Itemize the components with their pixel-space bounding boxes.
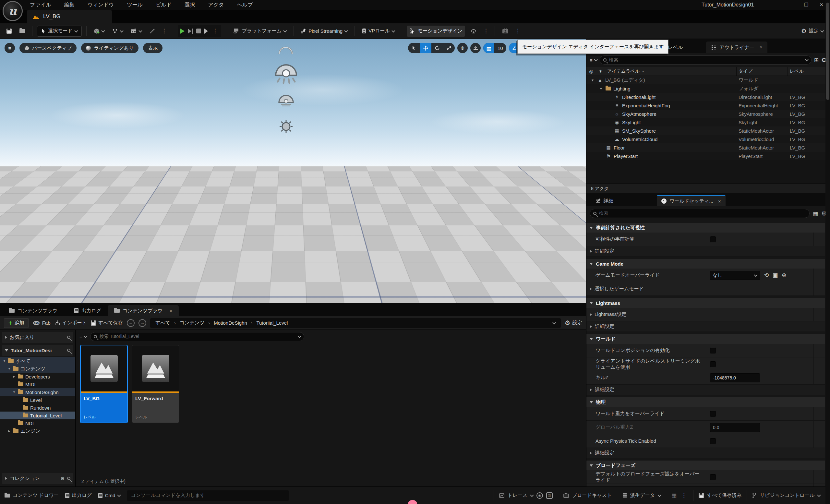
asset-card[interactable]: LV_Forwardレベル (132, 345, 179, 422)
motion-design-kebab-icon[interactable]: ⋮ (482, 28, 490, 34)
breadcrumb-item[interactable]: MotionDeSighn (214, 320, 247, 326)
section-header[interactable]: ブロードフェーズ (586, 461, 825, 470)
tab-world-settings[interactable]: ワールドセッティ... × (657, 195, 726, 206)
outliner-row[interactable]: ☼SkyAtmosphereSkyAtmosphereLV_BG (586, 109, 830, 118)
perspective-dropdown[interactable]: パースペクティブ (20, 43, 76, 53)
save-status-button[interactable]: すべて保存済み (693, 490, 747, 501)
console-input[interactable]: コンソールコマンドを入力します (127, 491, 289, 501)
outliner-row[interactable]: ☁VolumetricCloudVolumetricCloudLV_BG (586, 135, 830, 144)
menubar-item[interactable]: 編集 (64, 2, 74, 8)
menubar-item[interactable]: ファイル (30, 2, 51, 8)
select-mode-dropdown[interactable]: 選択モード (37, 26, 82, 37)
breadcrumb-item[interactable]: コンテンツ (180, 320, 205, 326)
fab-button[interactable]: FAB Fab (33, 320, 51, 326)
menubar-item[interactable]: ビルド (156, 2, 171, 8)
advanced-expander[interactable]: 詳細設定 (586, 321, 825, 332)
checkbox[interactable] (710, 236, 716, 243)
use-selected-icon[interactable]: ⟲ (764, 272, 769, 279)
select-tool-icon[interactable] (408, 43, 420, 53)
back-icon[interactable]: ← (127, 319, 135, 327)
sky-atmosphere-sprite-icon[interactable] (278, 119, 294, 139)
show-dropdown[interactable]: 表示 (143, 43, 162, 53)
broadcast-button[interactable]: ブロードキャスト (558, 490, 617, 501)
breadcrumb-item[interactable]: Tutoriial_Level (256, 320, 288, 326)
checkbox[interactable] (710, 474, 716, 480)
chevron-down-icon[interactable] (552, 320, 556, 324)
motion-design-button[interactable]: モーションデザイン (407, 26, 465, 37)
drawer-tab-2[interactable]: コンテンツブラウ...× (108, 305, 179, 316)
filter-icon[interactable]: ≡ (590, 57, 597, 63)
menubar-item[interactable]: 選択 (185, 2, 195, 8)
expand-arrow-icon[interactable]: ▶ (7, 430, 11, 433)
section-header[interactable]: ワールド (586, 334, 825, 344)
outliner-search-input[interactable]: 検索... (600, 56, 811, 65)
expand-arrow-icon[interactable] (5, 336, 7, 339)
media-capture-button[interactable] (500, 26, 511, 37)
editor-modes-button[interactable] (147, 26, 158, 37)
collapse-arrow-icon[interactable]: ▼ (3, 359, 6, 363)
visibility-column-eye-icon[interactable]: ◎ (586, 67, 596, 75)
checkbox[interactable] (710, 411, 716, 417)
outliner-row[interactable]: ≡ExponentialHeightFogExponentialHeightLV… (586, 101, 830, 109)
drawer-tab-1[interactable]: 出力ログ (68, 305, 108, 316)
section-header[interactable]: 事前計算された可視性 (586, 223, 825, 232)
trace-dropdown[interactable]: トレース ◉ ◫ (493, 490, 558, 501)
media-kebab-icon[interactable]: ⋮ (514, 28, 522, 34)
collapse-arrow-icon[interactable]: ▼ (599, 87, 603, 91)
save-all-button[interactable]: すべて保存 (91, 320, 123, 326)
add-icon[interactable]: ⊕ (782, 272, 786, 279)
close-tab-icon[interactable]: × (760, 45, 762, 50)
outliner-row[interactable]: ▦SM_SkySphereStaticMeshActorLV_BG (586, 126, 830, 135)
filter-icon[interactable]: ≡ (79, 334, 87, 340)
folder-tree-item[interactable]: Tutoriial_Level (0, 412, 75, 419)
value-input[interactable]: 0.0 (710, 423, 760, 432)
pixel-streaming-dropdown[interactable]: Pixel Streaming (298, 26, 350, 37)
outliner-row[interactable]: ☀DirectionalLightDirectionalLightLV_BG (586, 93, 830, 101)
add-collection-icon[interactable]: ⊕ (60, 475, 65, 481)
menubar-item[interactable]: ヘルプ (237, 2, 253, 8)
grid-snap-icon[interactable]: ▦ (483, 43, 494, 53)
menubar-item[interactable]: アクタ (208, 2, 224, 8)
folder-tree-item[interactable]: NDI (0, 419, 75, 427)
browser-settings-button[interactable]: ⚙ 設定 (565, 320, 582, 326)
details-search-input[interactable]: 検索 (590, 209, 809, 218)
player-start-sprite-icon[interactable] (274, 191, 295, 208)
collapse-arrow-icon[interactable]: ▼ (591, 78, 595, 82)
scrollbar-thumb[interactable] (826, 3, 829, 100)
section-header[interactable]: Game Mode (586, 259, 825, 269)
outliner-row[interactable]: ▦FloorStaticMeshActorLV_BG (586, 144, 830, 152)
section-header[interactable]: 物理 (586, 397, 825, 407)
value-dropdown[interactable]: なし (710, 271, 760, 280)
asset-search-input[interactable]: 検索 Tutoriial_Level (90, 332, 304, 341)
insights-group[interactable]: ▦ ⋮ (666, 490, 693, 501)
menubar-item[interactable]: ツール (127, 2, 143, 8)
close-icon[interactable]: ✕ (819, 2, 824, 8)
search-icon[interactable] (67, 477, 70, 480)
tab-lv-bg[interactable]: LV_BG (27, 10, 112, 23)
snapshot-icon[interactable]: ◫ (546, 492, 553, 499)
frame-skip-icon[interactable] (188, 29, 193, 34)
play-icon[interactable] (180, 28, 185, 34)
forward-icon[interactable]: → (138, 319, 146, 327)
value-input[interactable]: -1048575.0 (710, 373, 760, 382)
search-icon[interactable] (67, 336, 70, 339)
toolbar-overflow-kebab-icon[interactable]: ⋮ (160, 28, 168, 34)
folder-tree-item[interactable]: MIDI (0, 380, 75, 388)
cmd-dropdown[interactable]: Cmd (98, 493, 121, 498)
checkbox[interactable] (710, 361, 716, 368)
add-actor-dropdown[interactable]: + (91, 26, 107, 37)
expand-arrow-icon[interactable] (5, 477, 7, 480)
expand-arrow-icon[interactable]: ▶ (12, 375, 16, 378)
level-column[interactable]: レベル (788, 67, 830, 75)
advanced-expander[interactable]: 詳細設定 (586, 385, 825, 395)
pin-column-icon[interactable]: ✶ (596, 67, 605, 75)
eject-icon[interactable] (204, 29, 208, 34)
drawer-tab-0[interactable]: コンテンツブラウ... (3, 305, 68, 316)
directional-light-sprite-icon[interactable] (275, 45, 296, 55)
record-icon[interactable]: ◉ (537, 492, 543, 499)
minimize-icon[interactable]: ─ (790, 2, 793, 8)
add-actor-icon[interactable]: ⊞ (814, 57, 819, 64)
cinematics-dropdown[interactable] (128, 26, 144, 37)
tab-details[interactable]: 詳細 (591, 195, 618, 206)
folder-tree-item[interactable]: ▼コンテンツ (0, 365, 75, 373)
